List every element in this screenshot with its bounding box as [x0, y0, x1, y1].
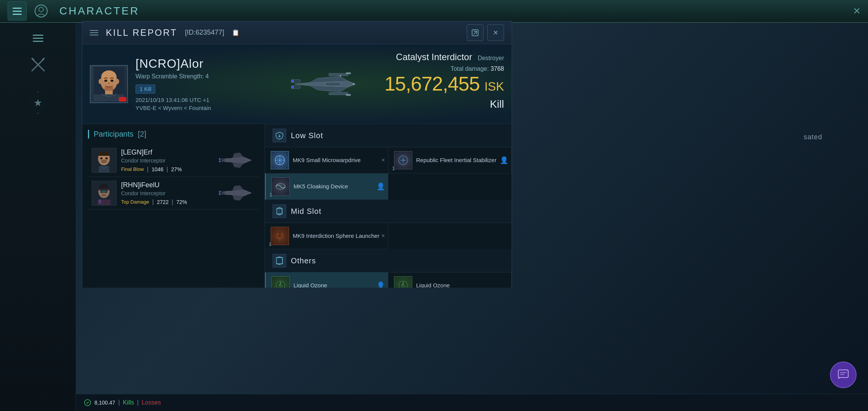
condor-ship-svg-1: [219, 150, 253, 171]
damage-info: Total damage: 3768: [385, 65, 504, 72]
sidebar-menu-button[interactable]: [29, 30, 48, 46]
svg-point-25: [111, 80, 112, 81]
svg-line-7: [474, 31, 477, 34]
svg-rect-37: [99, 166, 109, 173]
right-hint: sated: [804, 133, 822, 141]
ticker-value: 8,100.47: [94, 400, 115, 406]
character-face-svg: [94, 67, 124, 101]
item-name-stabilizer: Republic Fleet Inertial Stabilizer: [416, 156, 506, 164]
svg-point-0: [35, 5, 47, 17]
slot-item[interactable]: MK9 Small Microwarpdrive ×: [265, 147, 388, 174]
participant-row[interactable]: [RHN]iFeelU Condor Interceptor Top Damag…: [88, 177, 259, 210]
svg-point-1: [39, 7, 43, 12]
launcher-icon: [274, 230, 286, 242]
damage-value-1: 1046: [152, 166, 163, 172]
export-button[interactable]: [467, 24, 483, 41]
item-name-microwarpdrive: MK9 Small Microwarpdrive: [293, 156, 382, 164]
participant-name-1: [LEGN]Erf: [121, 148, 212, 156]
svg-point-23: [110, 80, 113, 82]
damage-pct-1: 27%: [171, 166, 182, 172]
character-portrait: [90, 65, 128, 103]
slot-item-active[interactable]: 1 MK5 Cloaking Device 👤: [265, 174, 388, 200]
slot-item[interactable]: 1 Republic Fleet Inertial Stabilizer 👤: [388, 147, 512, 174]
svg-point-48: [101, 194, 107, 197]
damage-label-2: Top Damage: [121, 199, 149, 205]
star-icon: ★: [34, 97, 42, 109]
svg-point-47: [101, 190, 107, 193]
sidebar-combat-icon[interactable]: [27, 53, 49, 76]
panel-close-button[interactable]: ×: [487, 24, 504, 41]
svg-point-66: [278, 234, 281, 237]
item-icon-stabilizer: [394, 151, 412, 169]
liquid-ozone-icon-2: [397, 279, 409, 288]
svg-rect-50: [99, 199, 101, 203]
others-cube-icon: [275, 256, 284, 265]
svg-rect-39: [220, 161, 225, 162]
panel-title: KILL REPORT: [106, 27, 177, 38]
hamburger-icon: [13, 8, 22, 15]
item-icon-cloaking: [271, 177, 290, 196]
export-icon: [471, 29, 479, 37]
participant-face-2: [92, 181, 116, 206]
copy-id-button[interactable]: 📋: [232, 29, 239, 36]
liquid-ozone-icon-1: [274, 279, 287, 288]
participant-ship-img-2: [217, 182, 255, 205]
chat-icon: [837, 368, 850, 381]
kill-report-panel: KILL REPORT [ID:6235477] 📋 ×: [82, 21, 512, 287]
participant-row[interactable]: [LEGN]Erf Condor Interceptor Final Blow …: [88, 144, 259, 177]
svg-point-35: [100, 158, 102, 159]
top-menu-button[interactable]: [8, 2, 27, 21]
svg-rect-65: [278, 232, 281, 234]
low-slot-title: Low Slot: [291, 131, 323, 140]
condor-ship-svg-2: [219, 183, 253, 204]
item-name-ozone-2: Liquid Ozone: [416, 282, 506, 288]
participants-panel: Participants [2]: [82, 124, 265, 288]
participant-ship-2: Condor Interceptor: [121, 190, 212, 196]
participants-count: [2]: [138, 130, 146, 138]
chat-button[interactable]: [830, 362, 857, 388]
cross-swords-icon: [30, 56, 46, 73]
app-close-button[interactable]: ×: [853, 4, 860, 18]
isk-value: 15,672,455: [385, 73, 480, 95]
slot-item[interactable]: 1 MK9 Interdiction Sphere Launcher ×: [265, 223, 388, 249]
item-icon-ozone-1: [271, 276, 290, 288]
slot-item[interactable]: Liquid Ozone: [388, 272, 512, 288]
sidebar-star-button[interactable]: ★: [27, 91, 49, 114]
mid-slot-items: 1 MK9 Interdiction Sphere Launcher ×: [265, 223, 512, 249]
participants-label: Participants: [94, 130, 134, 138]
kills-label: Kills: [123, 399, 134, 406]
kill-hero: [NCRO]Alor Warp Scramble Strength: 4 1 K…: [82, 44, 512, 124]
participant-ship-img-1: [217, 149, 255, 172]
svg-rect-75: [838, 370, 848, 378]
item-close-button[interactable]: ×: [381, 157, 385, 164]
item-close-button[interactable]: ×: [381, 233, 385, 239]
mid-slot-icon: [273, 204, 286, 218]
participant-damage-2: Top Damage | 2722 | 72%: [121, 199, 212, 206]
bottom-ticker: 8,100.47 | Kills | Losses: [0, 394, 868, 411]
svg-point-40: [219, 158, 220, 160]
ticker-item: 8,100.47 | Kills | Losses: [84, 399, 161, 406]
low-slot-icon: [273, 129, 286, 142]
damage-label-1: Final Blow: [121, 166, 144, 172]
svg-point-54: [219, 193, 220, 195]
svg-point-24: [105, 80, 106, 81]
participant-name-2: [RHN]iFeelU: [121, 181, 212, 189]
others-icon: [273, 254, 286, 268]
svg-point-34: [101, 159, 107, 163]
item-person-icon: 👤: [377, 182, 385, 191]
cube-icon: [275, 207, 284, 215]
close-x-icon: ×: [493, 28, 498, 38]
svg-rect-38: [220, 158, 225, 160]
participant-ship-1: Condor Interceptor: [121, 158, 212, 164]
participant-avatar-1: [92, 148, 116, 173]
cloaking-icon: [274, 180, 287, 193]
kill-result: Kill: [385, 98, 504, 110]
participant-face-1: [92, 148, 116, 173]
low-slot-header: Low Slot: [265, 124, 512, 147]
shield-down-icon: [275, 131, 284, 140]
slot-item[interactable]: Liquid Ozone 👤: [265, 272, 388, 288]
participant-info-2: [RHN]iFeelU Condor Interceptor Top Damag…: [121, 181, 212, 206]
panel-menu-button[interactable]: [90, 30, 98, 35]
item-person-icon: 👤: [500, 156, 508, 164]
item-qty: 1: [270, 192, 272, 198]
